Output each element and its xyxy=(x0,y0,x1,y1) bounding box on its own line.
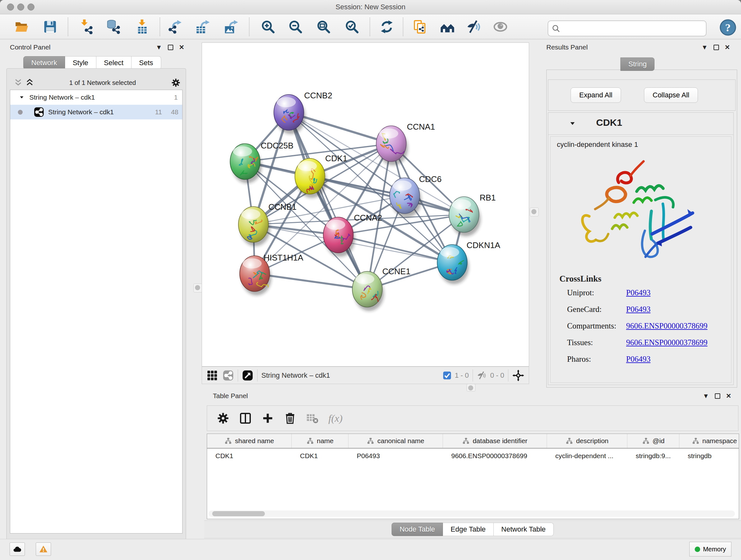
export-network-button[interactable] xyxy=(167,19,183,35)
search-box[interactable] xyxy=(548,20,706,37)
node-CCNA1[interactable]: CCNA1 xyxy=(376,122,435,165)
memory-button[interactable]: Memory xyxy=(689,542,731,557)
hidden-elements-icon[interactable] xyxy=(477,370,487,381)
import-network-from-file-button[interactable] xyxy=(78,19,94,35)
table-options-button[interactable] xyxy=(217,412,229,425)
right-splitter-handle[interactable] xyxy=(530,207,539,216)
import-network-from-database-button[interactable] xyxy=(105,19,121,35)
collapse-all-networks-icon[interactable] xyxy=(14,78,23,87)
column-header-description[interactable]: description xyxy=(547,434,627,448)
zoom-in-button[interactable] xyxy=(260,19,276,35)
tab-network[interactable]: Network xyxy=(23,56,65,70)
node-CDKN1A[interactable]: CDKN1A xyxy=(437,240,500,284)
birds-eye-view-icon[interactable] xyxy=(242,370,253,381)
crosslink-link[interactable]: P06493 xyxy=(626,288,650,297)
zoom-selected-button[interactable] xyxy=(344,19,360,35)
fit-content-crosshair-icon[interactable] xyxy=(512,369,524,381)
tab-style[interactable]: Style xyxy=(65,56,96,70)
warnings-button[interactable] xyxy=(36,543,51,556)
show-home-panels-button[interactable] xyxy=(440,19,455,35)
scrollbar-thumb[interactable] xyxy=(212,511,265,516)
search-input[interactable] xyxy=(563,24,706,33)
save-session-button[interactable] xyxy=(42,19,58,35)
column-header-at-id[interactable]: @id xyxy=(627,434,679,448)
update-network-button[interactable] xyxy=(379,19,395,35)
node-CCNB1[interactable]: CCNB1 xyxy=(239,202,296,246)
tab-network-table[interactable]: Network Table xyxy=(494,523,554,536)
tab-string[interactable]: String xyxy=(620,57,655,71)
network-view-canvas[interactable]: CCNB2CCNA1CDC25BCDK1CDC6RB1CCNB1CCNA2CDK… xyxy=(202,43,529,367)
results-panel-close-button[interactable]: ✕ xyxy=(725,44,730,51)
node-result-header[interactable]: CDK1 xyxy=(548,113,733,135)
column-header-name[interactable]: name xyxy=(292,434,348,448)
grid-view-icon[interactable] xyxy=(206,370,218,381)
table-panel-float-button[interactable] xyxy=(715,393,720,399)
tab-node-table[interactable]: Node Table xyxy=(392,523,443,536)
node-CDC25B[interactable]: CDC25B xyxy=(230,141,293,183)
node-CCNB2[interactable]: CCNB2 xyxy=(274,91,332,134)
table-cell[interactable]: CDK1 xyxy=(207,452,292,460)
table-cell[interactable]: CDK1 xyxy=(292,452,348,460)
function-builder-button[interactable]: f(x) xyxy=(328,413,342,424)
hide-selected-button[interactable] xyxy=(466,19,482,35)
results-panel-float-button[interactable] xyxy=(714,45,719,50)
collection-expand-icon[interactable] xyxy=(19,95,24,100)
table-cell[interactable]: stringdb:9... xyxy=(627,452,679,460)
network-graph[interactable]: CCNB2CCNA1CDC25BCDK1CDC6RB1CCNB1CCNA2CDK… xyxy=(202,43,529,366)
export-table-button[interactable] xyxy=(195,19,211,35)
crosslink-link[interactable]: 9606.ENSP00000378699 xyxy=(626,338,708,347)
node-CCNE1[interactable]: CCNE1 xyxy=(352,266,410,311)
control-panel-close-button[interactable]: ✕ xyxy=(179,44,185,51)
delete-column-button[interactable] xyxy=(284,412,296,425)
zoom-fit-button[interactable] xyxy=(316,19,332,35)
crosslink-link[interactable]: P06493 xyxy=(626,305,650,314)
node-result-expand-icon[interactable] xyxy=(569,120,576,127)
column-header-shared-name[interactable]: shared name xyxy=(207,434,292,448)
help-button[interactable] xyxy=(720,19,736,36)
network-row-selected[interactable]: String Network – cdk1 11 48 xyxy=(10,105,182,119)
zoom-out-button[interactable] xyxy=(287,19,304,35)
show-columns-button[interactable] xyxy=(239,412,252,425)
selected-nodes-checkbox[interactable] xyxy=(443,371,452,380)
node-CDK1[interactable]: CDK1 xyxy=(295,153,347,198)
edge-CCNB2-CCNE1[interactable] xyxy=(289,112,367,289)
collapse-all-button[interactable]: Collapse All xyxy=(644,87,698,103)
network-options-gear-icon[interactable] xyxy=(171,78,181,87)
export-image-button[interactable] xyxy=(223,19,239,35)
table-horizontal-scrollbar[interactable] xyxy=(208,510,735,517)
show-all-button[interactable] xyxy=(492,19,509,35)
node-result-name: CDK1 xyxy=(596,117,622,128)
table-cell[interactable]: P06493 xyxy=(348,452,443,460)
column-header-database-identifier[interactable]: database identifier xyxy=(443,434,547,448)
expand-all-networks-icon[interactable] xyxy=(25,78,34,87)
tab-select[interactable]: Select xyxy=(96,56,131,70)
delete-table-button[interactable] xyxy=(306,412,319,425)
results-panel-collapse-button[interactable]: ▼ xyxy=(701,44,708,51)
import-table-from-file-button[interactable] xyxy=(134,19,150,35)
node-CDC6[interactable]: CDC6 xyxy=(390,174,442,217)
network-collection-row[interactable]: String Network – cdk1 1 xyxy=(10,90,182,105)
tab-sets[interactable]: Sets xyxy=(131,56,161,70)
expand-all-button[interactable]: Expand All xyxy=(570,87,621,103)
table-panel-collapse-button[interactable]: ▼ xyxy=(703,393,709,399)
column-header-canonical-name[interactable]: canonical name xyxy=(348,434,443,448)
table-cell[interactable]: stringdb xyxy=(679,452,739,460)
column-header-namespace[interactable]: namespace xyxy=(679,434,739,448)
edge-CCNE1-HIST1H1A[interactable] xyxy=(255,273,367,289)
create-column-button[interactable] xyxy=(261,412,274,425)
node-HIST1H1A[interactable]: HIST1H1A xyxy=(240,253,304,295)
crosslink-link[interactable]: P06493 xyxy=(626,355,650,364)
node-RB1[interactable]: RB1 xyxy=(449,193,496,236)
table-cell[interactable]: cyclin-dependent ... xyxy=(547,452,627,460)
duplicate-network-button[interactable] xyxy=(412,19,428,35)
open-file-button[interactable] xyxy=(14,19,30,35)
table-panel-close-button[interactable]: ✕ xyxy=(726,393,731,399)
table-cell[interactable]: 9606.ENSP00000378699 xyxy=(443,452,547,460)
tab-edge-table[interactable]: Edge Table xyxy=(443,523,494,536)
cloud-status-button[interactable] xyxy=(10,543,25,556)
left-splitter-handle[interactable] xyxy=(193,284,202,293)
control-panel-collapse-button[interactable]: ▼ xyxy=(156,44,162,51)
crosslink-link[interactable]: 9606.ENSP00000378699 xyxy=(626,321,708,330)
control-panel-float-button[interactable] xyxy=(168,45,173,50)
table-row[interactable]: CDK1CDK1P064939606.ENSP00000378699cyclin… xyxy=(207,449,739,463)
